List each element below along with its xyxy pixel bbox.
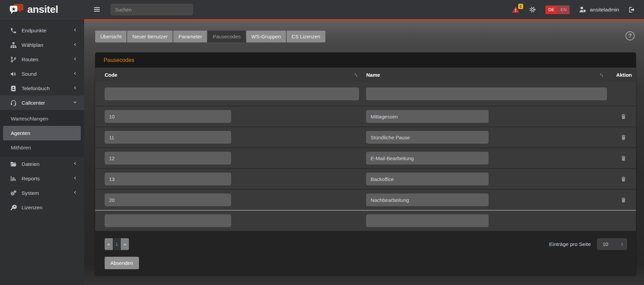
sidebar-item-callcenter[interactable]: Callcenter: [0, 96, 84, 110]
delete-row-button[interactable]: [620, 197, 627, 203]
delete-row-button[interactable]: [620, 155, 627, 162]
user-menu[interactable]: ansiteladmin: [579, 6, 619, 13]
delete-row-button[interactable]: [620, 134, 627, 141]
chevron-left-icon: [73, 190, 77, 196]
pausecode-row: [95, 127, 636, 147]
trash-icon: [620, 116, 627, 121]
tab-parameter[interactable]: Parameter: [173, 31, 207, 42]
pausecode-row: [95, 147, 636, 168]
sidebar-item-routen[interactable]: Routen: [0, 52, 84, 67]
filter-row: [95, 82, 636, 106]
trash-icon: [620, 199, 627, 204]
column-header-name: Name: [363, 72, 608, 78]
app-root: ★ ansitel EndpunkteWählplanRoutenSoundTe…: [0, 0, 644, 285]
submit-button[interactable]: Absenden: [105, 257, 139, 269]
code-input[interactable]: [105, 193, 231, 206]
sidebar-item-label: Wählplan: [22, 42, 43, 48]
sort-name-button[interactable]: [599, 72, 604, 78]
new-name-input[interactable]: [366, 214, 488, 227]
sidebar-item-telefonbuch[interactable]: Telefonbuch: [0, 81, 84, 96]
column-header-action: Aktion: [608, 72, 636, 78]
action-column-label: Aktion: [616, 72, 632, 78]
column-header-code: Code: [95, 72, 363, 78]
settings-button[interactable]: [529, 6, 536, 13]
chevron-left-icon: [73, 85, 77, 92]
sidebar-item-reports[interactable]: Reports: [0, 171, 84, 186]
sidebar-subitem-agenten[interactable]: Agenten: [3, 126, 81, 140]
brand-name: ansitel: [27, 4, 58, 15]
sort-code-button[interactable]: [353, 72, 359, 78]
address-book-icon: [10, 85, 17, 92]
chevron-left-icon: [73, 161, 77, 167]
sidebar-menu: EndpunkteWählplanRoutenSoundTelefonbuchC…: [0, 19, 84, 215]
tab-pausecodes[interactable]: Pausecodes: [208, 31, 246, 42]
content: ÜbersichtNeuer BenutzerParameterPausecod…: [84, 21, 644, 285]
sidebar-item-lizenzen[interactable]: Lizenzen: [0, 200, 84, 215]
pagination-next-button[interactable]: »: [121, 238, 129, 250]
name-input[interactable]: [366, 110, 488, 123]
sidebar-subitem-mithören[interactable]: Mithören: [0, 140, 84, 155]
topbar: 1 DE EN ansiteladmin: [84, 0, 644, 19]
sidebar-subitem-warteschlangen[interactable]: Warteschlangen: [0, 111, 84, 126]
chat-bubbles-star-icon: ★: [9, 3, 24, 15]
brand[interactable]: ★ ansitel: [0, 0, 84, 19]
code-input[interactable]: [105, 173, 231, 185]
language-toggle: DE EN: [545, 5, 570, 14]
headset-icon: [10, 100, 17, 106]
per-page-select[interactable]: 10: [597, 238, 627, 250]
sidebar-item-label: Routen: [22, 57, 38, 63]
phone-icon: [10, 27, 17, 34]
sort-icon: [599, 74, 604, 79]
sidebar-item-label: Endpunkte: [22, 28, 46, 34]
code-filter-input[interactable]: [105, 87, 359, 100]
sidebar-item-label: Sound: [22, 71, 37, 77]
volume-icon: [10, 71, 17, 77]
code-input[interactable]: [105, 131, 231, 144]
sidebar-item-endpunkte[interactable]: Endpunkte: [0, 23, 84, 38]
pagination-prev-button[interactable]: «: [105, 238, 113, 250]
sign-out-icon: [628, 9, 636, 14]
pausecodes-panel: Pausecodes Code Name: [95, 52, 636, 275]
tab-ws-gruppen[interactable]: WS-Gruppen: [246, 31, 286, 42]
tab-cs-lizenzen[interactable]: CS Lizenzen: [287, 31, 325, 42]
pagination-page-1[interactable]: 1: [113, 238, 121, 250]
data-rows: [95, 106, 636, 210]
help-button[interactable]: ?: [625, 31, 635, 40]
gear-icon: [529, 9, 536, 14]
trash-icon: [620, 157, 627, 163]
name-input[interactable]: [366, 173, 488, 185]
search-input[interactable]: [110, 4, 193, 15]
sidebar-item-wählplan[interactable]: Wählplan: [0, 38, 84, 52]
name-input[interactable]: [366, 152, 488, 165]
language-en-button[interactable]: EN: [558, 5, 570, 14]
alerts-button[interactable]: 1: [512, 6, 520, 13]
name-input[interactable]: [366, 131, 488, 144]
new-entry-row: [95, 210, 636, 231]
tab-neuer-benutzer[interactable]: Neuer Benutzer: [127, 31, 173, 42]
pausecode-row: [95, 168, 636, 189]
panel-title: Pausecodes: [95, 52, 636, 68]
logout-button[interactable]: [628, 6, 636, 13]
table-body: [95, 82, 636, 231]
sidebar-submenu: WarteschlangenAgentenMithören: [0, 110, 84, 157]
menu-toggle-button[interactable]: [93, 6, 101, 14]
delete-row-button[interactable]: [620, 113, 627, 120]
new-code-input[interactable]: [105, 214, 231, 227]
trash-icon: [620, 137, 627, 142]
tab-übersicht[interactable]: Übersicht: [95, 31, 127, 42]
folder-open-icon: [10, 161, 17, 168]
sidebar-item-sound[interactable]: Sound: [0, 67, 84, 81]
sidebar-item-system[interactable]: System: [0, 186, 84, 200]
code-input[interactable]: [105, 152, 231, 165]
delete-row-button[interactable]: [620, 176, 627, 182]
sidebar-group-callcenter: CallcenterWarteschlangenAgentenMithören: [0, 96, 84, 157]
name-input[interactable]: [366, 193, 488, 206]
language-de-button[interactable]: DE: [545, 5, 558, 14]
sidebar-item-label: Callcenter: [22, 100, 45, 106]
alert-triangle-icon: [512, 8, 520, 14]
topbar-right: 1 DE EN ansiteladmin: [512, 5, 636, 14]
sidebar: ★ ansitel EndpunkteWählplanRoutenSoundTe…: [0, 0, 84, 285]
sidebar-item-dateien[interactable]: Dateien: [0, 157, 84, 171]
code-input[interactable]: [105, 110, 231, 123]
name-filter-input[interactable]: [366, 87, 607, 100]
